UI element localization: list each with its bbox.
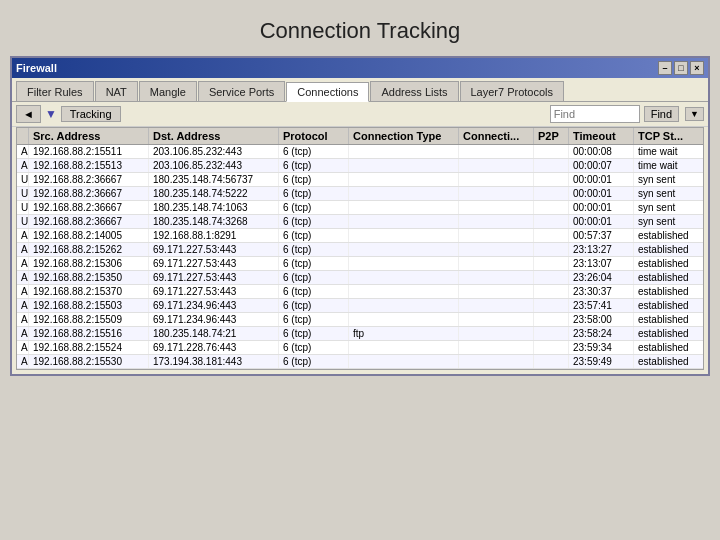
table-cell-0-1: 192.168.88.2:15511 xyxy=(29,145,149,158)
tab-address-lists[interactable]: Address Lists xyxy=(370,81,458,101)
col-header-p2p[interactable]: P2P xyxy=(534,128,569,144)
table-cell-13-1: 192.168.88.2:15516 xyxy=(29,327,149,340)
table-cell-10-3: 6 (tcp) xyxy=(279,285,349,298)
close-button[interactable]: × xyxy=(690,61,704,75)
col-header-conn-type[interactable]: Connection Type xyxy=(349,128,459,144)
table-cell-5-1: 192.168.88.2:36667 xyxy=(29,215,149,228)
table-row[interactable]: U192.168.88.2:36667180.235.148.74:52226 … xyxy=(17,187,703,201)
minimize-button[interactable]: – xyxy=(658,61,672,75)
table-cell-13-8: established xyxy=(634,327,703,340)
table-cell-7-2: 69.171.227.53:443 xyxy=(149,243,279,256)
tab-nat[interactable]: NAT xyxy=(95,81,138,101)
table-cell-4-7: 00:00:01 xyxy=(569,201,634,214)
table-cell-4-4 xyxy=(349,201,459,214)
table-row[interactable]: A192.168.88.2:1530669.171.227.53:4436 (t… xyxy=(17,257,703,271)
tab-layer7-protocols[interactable]: Layer7 Protocols xyxy=(460,81,565,101)
table-cell-1-6 xyxy=(534,159,569,172)
table-row[interactable]: A192.168.88.2:1537069.171.227.53:4436 (t… xyxy=(17,285,703,299)
table-cell-3-0: U xyxy=(17,187,29,200)
tracking-tag: Tracking xyxy=(61,106,121,122)
table-row[interactable]: A192.168.88.2:1535069.171.227.53:4436 (t… xyxy=(17,271,703,285)
table-cell-4-5 xyxy=(459,201,534,214)
table-cell-15-0: A xyxy=(17,355,29,368)
tab-mangle[interactable]: Mangle xyxy=(139,81,197,101)
table-cell-11-4 xyxy=(349,299,459,312)
table-cell-10-5 xyxy=(459,285,534,298)
col-header-connecti[interactable]: Connecti... xyxy=(459,128,534,144)
table-cell-13-3: 6 (tcp) xyxy=(279,327,349,340)
col-header-tcp-state[interactable]: TCP St... xyxy=(634,128,704,144)
tab-filter-rules[interactable]: Filter Rules xyxy=(16,81,94,101)
table-row[interactable]: U192.168.88.2:36667180.235.148.74:10636 … xyxy=(17,201,703,215)
page-title: Connection Tracking xyxy=(0,0,720,56)
table-cell-1-7: 00:00:07 xyxy=(569,159,634,172)
find-button[interactable]: Find xyxy=(644,106,679,122)
table-cell-13-5 xyxy=(459,327,534,340)
table-row[interactable]: A192.168.88.2:15516180.235.148.74:216 (t… xyxy=(17,327,703,341)
col-header-dst[interactable]: Dst. Address xyxy=(149,128,279,144)
table-cell-0-8: time wait xyxy=(634,145,703,158)
table-cell-1-1: 192.168.88.2:15513 xyxy=(29,159,149,172)
table-cell-14-1: 192.168.88.2:15524 xyxy=(29,341,149,354)
table-cell-4-0: U xyxy=(17,201,29,214)
table-cell-9-0: A xyxy=(17,271,29,284)
table-row[interactable]: A192.168.88.2:15530173.194.38.181:4436 (… xyxy=(17,355,703,369)
table-cell-10-2: 69.171.227.53:443 xyxy=(149,285,279,298)
table-row[interactable]: A192.168.88.2:1550369.171.234.96:4436 (t… xyxy=(17,299,703,313)
table-cell-7-1: 192.168.88.2:15262 xyxy=(29,243,149,256)
table-cell-12-8: established xyxy=(634,313,703,326)
table-cell-7-5 xyxy=(459,243,534,256)
filter-icon: ▼ xyxy=(45,107,57,121)
table-cell-13-7: 23:58:24 xyxy=(569,327,634,340)
table-cell-11-1: 192.168.88.2:15503 xyxy=(29,299,149,312)
tabs-bar: Filter Rules NAT Mangle Service Ports Co… xyxy=(12,78,708,102)
table-cell-9-1: 192.168.88.2:15350 xyxy=(29,271,149,284)
table-header: Src. Address Dst. Address Protocol Conne… xyxy=(17,128,703,145)
table-row[interactable]: U192.168.88.2:36667180.235.148.74:567376… xyxy=(17,173,703,187)
find-input[interactable] xyxy=(550,105,640,123)
table-row[interactable]: A192.168.88.2:1550969.171.234.96:4436 (t… xyxy=(17,313,703,327)
table-cell-6-6 xyxy=(534,229,569,242)
toolbar: ◄ ▼ Tracking Find ▼ xyxy=(12,102,708,127)
table-cell-12-6 xyxy=(534,313,569,326)
table-cell-13-2: 180.235.148.74:21 xyxy=(149,327,279,340)
table-cell-2-8: syn sent xyxy=(634,173,703,186)
table-cell-9-7: 23:26:04 xyxy=(569,271,634,284)
table-row[interactable]: A192.168.88.2:15513203.106.85.232:4436 (… xyxy=(17,159,703,173)
col-header-timeout[interactable]: Timeout xyxy=(569,128,634,144)
table-row[interactable]: A192.168.88.2:14005192.168.88.1:82916 (t… xyxy=(17,229,703,243)
col-header-src[interactable]: Src. Address xyxy=(29,128,149,144)
table-cell-14-4 xyxy=(349,341,459,354)
table-row[interactable]: A192.168.88.2:1552469.171.228.76:4436 (t… xyxy=(17,341,703,355)
tab-service-ports[interactable]: Service Ports xyxy=(198,81,285,101)
table-row[interactable]: U192.168.88.2:36667180.235.148.74:32686 … xyxy=(17,215,703,229)
dropdown-button[interactable]: ▼ xyxy=(685,107,704,121)
table-cell-2-5 xyxy=(459,173,534,186)
table-cell-12-5 xyxy=(459,313,534,326)
table-cell-2-6 xyxy=(534,173,569,186)
table-cell-12-1: 192.168.88.2:15509 xyxy=(29,313,149,326)
table-cell-15-5 xyxy=(459,355,534,368)
table-cell-7-0: A xyxy=(17,243,29,256)
table-cell-5-2: 180.235.148.74:3268 xyxy=(149,215,279,228)
restore-button[interactable]: □ xyxy=(674,61,688,75)
table-cell-8-0: A xyxy=(17,257,29,270)
table-cell-1-5 xyxy=(459,159,534,172)
back-icon: ◄ xyxy=(23,108,34,120)
table-cell-7-4 xyxy=(349,243,459,256)
table-cell-10-6 xyxy=(534,285,569,298)
table-cell-3-8: syn sent xyxy=(634,187,703,200)
table-cell-4-8: syn sent xyxy=(634,201,703,214)
table-row[interactable]: A192.168.88.2:15511203.106.85.232:4436 (… xyxy=(17,145,703,159)
table-cell-14-7: 23:59:34 xyxy=(569,341,634,354)
table-cell-6-7: 00:57:37 xyxy=(569,229,634,242)
table-cell-12-7: 23:58:00 xyxy=(569,313,634,326)
table-cell-10-4 xyxy=(349,285,459,298)
window-titlebar: Firewall – □ × xyxy=(12,58,708,78)
back-button[interactable]: ◄ xyxy=(16,105,41,123)
table-row[interactable]: A192.168.88.2:1526269.171.227.53:4436 (t… xyxy=(17,243,703,257)
tab-connections[interactable]: Connections xyxy=(286,82,369,102)
table-cell-1-0: A xyxy=(17,159,29,172)
col-header-protocol[interactable]: Protocol xyxy=(279,128,349,144)
table-cell-2-3: 6 (tcp) xyxy=(279,173,349,186)
